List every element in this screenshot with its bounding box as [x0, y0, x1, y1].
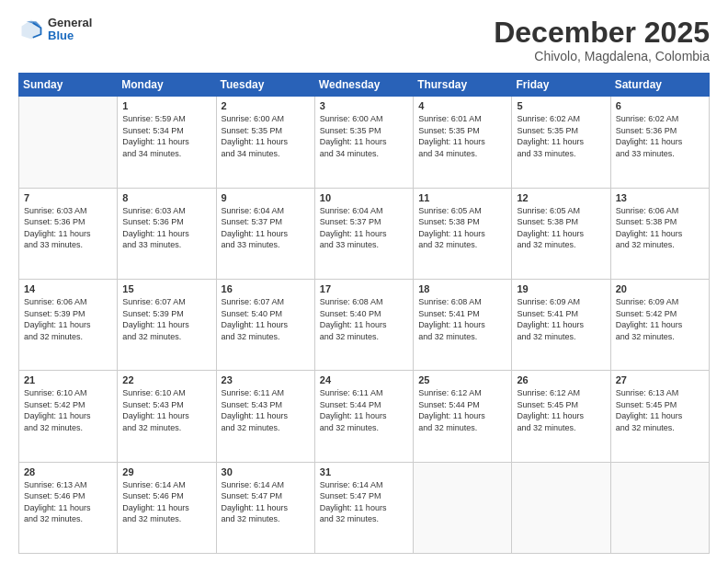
- day-number: 7: [24, 192, 112, 203]
- col-monday: Monday: [118, 74, 216, 97]
- cell-info: Sunrise: 6:11 AM Sunset: 5:43 PM Dayligh…: [222, 387, 310, 433]
- calendar-cell: 31Sunrise: 6:14 AM Sunset: 5:47 PM Dayli…: [314, 462, 413, 553]
- logo-blue-text: Blue: [48, 29, 92, 42]
- day-number: 2: [222, 100, 310, 111]
- calendar-cell: [512, 462, 610, 553]
- day-number: 18: [418, 283, 506, 294]
- calendar-cell: 27Sunrise: 6:13 AM Sunset: 5:45 PM Dayli…: [610, 371, 709, 462]
- cell-info: Sunrise: 6:14 AM Sunset: 5:46 PM Dayligh…: [122, 479, 210, 525]
- calendar-cell: 6Sunrise: 6:02 AM Sunset: 5:36 PM Daylig…: [610, 97, 709, 188]
- day-number: 13: [616, 192, 704, 203]
- day-number: 12: [517, 192, 605, 203]
- main-title: December 2025: [494, 17, 710, 49]
- calendar-week-row: 1Sunrise: 5:59 AM Sunset: 5:34 PM Daylig…: [19, 97, 710, 188]
- day-number: 27: [616, 374, 704, 385]
- cell-info: Sunrise: 5:59 AM Sunset: 5:34 PM Dayligh…: [122, 113, 210, 159]
- day-number: 1: [122, 100, 210, 111]
- logo-text: General Blue: [48, 17, 92, 43]
- calendar-cell: 1Sunrise: 5:59 AM Sunset: 5:34 PM Daylig…: [118, 97, 216, 188]
- calendar-cell: 3Sunrise: 6:00 AM Sunset: 5:35 PM Daylig…: [314, 97, 413, 188]
- calendar-week-row: 21Sunrise: 6:10 AM Sunset: 5:42 PM Dayli…: [19, 371, 710, 462]
- cell-info: Sunrise: 6:08 AM Sunset: 5:41 PM Dayligh…: [418, 296, 506, 342]
- calendar-cell: 12Sunrise: 6:05 AM Sunset: 5:38 PM Dayli…: [512, 188, 610, 279]
- calendar-cell: 30Sunrise: 6:14 AM Sunset: 5:47 PM Dayli…: [216, 462, 314, 553]
- calendar-cell: 25Sunrise: 6:12 AM Sunset: 5:44 PM Dayli…: [414, 371, 512, 462]
- cell-info: Sunrise: 6:05 AM Sunset: 5:38 PM Dayligh…: [517, 205, 605, 251]
- day-number: 11: [418, 192, 506, 203]
- calendar-cell: 4Sunrise: 6:01 AM Sunset: 5:35 PM Daylig…: [414, 97, 512, 188]
- calendar-cell: 23Sunrise: 6:11 AM Sunset: 5:43 PM Dayli…: [216, 371, 314, 462]
- page: General Blue December 2025 Chivolo, Magd…: [0, 0, 728, 563]
- day-number: 21: [24, 374, 112, 385]
- calendar-cell: 15Sunrise: 6:07 AM Sunset: 5:39 PM Dayli…: [118, 279, 216, 370]
- calendar-cell: 2Sunrise: 6:00 AM Sunset: 5:35 PM Daylig…: [216, 97, 314, 188]
- calendar-cell: 18Sunrise: 6:08 AM Sunset: 5:41 PM Dayli…: [414, 279, 512, 370]
- cell-info: Sunrise: 6:12 AM Sunset: 5:44 PM Dayligh…: [418, 387, 506, 433]
- logo-general-text: General: [48, 17, 92, 29]
- calendar-cell: 19Sunrise: 6:09 AM Sunset: 5:41 PM Dayli…: [512, 279, 610, 370]
- day-number: 16: [222, 283, 310, 294]
- calendar-cell: 17Sunrise: 6:08 AM Sunset: 5:40 PM Dayli…: [314, 279, 413, 370]
- cell-info: Sunrise: 6:12 AM Sunset: 5:45 PM Dayligh…: [517, 387, 605, 433]
- calendar-cell: 9Sunrise: 6:04 AM Sunset: 5:37 PM Daylig…: [216, 188, 314, 279]
- cell-info: Sunrise: 6:00 AM Sunset: 5:35 PM Dayligh…: [222, 113, 310, 159]
- col-thursday: Thursday: [414, 74, 512, 97]
- title-block: December 2025 Chivolo, Magdalena, Colomb…: [494, 17, 710, 63]
- cell-info: Sunrise: 6:10 AM Sunset: 5:43 PM Dayligh…: [122, 387, 210, 433]
- calendar-cell: 8Sunrise: 6:03 AM Sunset: 5:36 PM Daylig…: [118, 188, 216, 279]
- day-number: 19: [517, 283, 605, 294]
- cell-info: Sunrise: 6:08 AM Sunset: 5:40 PM Dayligh…: [320, 296, 408, 342]
- calendar-cell: 26Sunrise: 6:12 AM Sunset: 5:45 PM Dayli…: [512, 371, 610, 462]
- day-number: 4: [418, 100, 506, 111]
- col-saturday: Saturday: [610, 74, 709, 97]
- calendar-table: Sunday Monday Tuesday Wednesday Thursday…: [18, 73, 710, 554]
- calendar-cell: 28Sunrise: 6:13 AM Sunset: 5:46 PM Dayli…: [19, 462, 118, 553]
- day-number: 20: [616, 283, 704, 294]
- cell-info: Sunrise: 6:00 AM Sunset: 5:35 PM Dayligh…: [320, 113, 408, 159]
- calendar-week-row: 7Sunrise: 6:03 AM Sunset: 5:36 PM Daylig…: [19, 188, 710, 279]
- calendar-week-row: 14Sunrise: 6:06 AM Sunset: 5:39 PM Dayli…: [19, 279, 710, 370]
- calendar-week-row: 28Sunrise: 6:13 AM Sunset: 5:46 PM Dayli…: [19, 462, 710, 553]
- calendar-cell: 29Sunrise: 6:14 AM Sunset: 5:46 PM Dayli…: [118, 462, 216, 553]
- calendar-header-row: Sunday Monday Tuesday Wednesday Thursday…: [19, 74, 710, 97]
- cell-info: Sunrise: 6:03 AM Sunset: 5:36 PM Dayligh…: [122, 205, 210, 251]
- cell-info: Sunrise: 6:06 AM Sunset: 5:39 PM Dayligh…: [24, 296, 112, 342]
- cell-info: Sunrise: 6:03 AM Sunset: 5:36 PM Dayligh…: [24, 205, 112, 251]
- day-number: 23: [222, 374, 310, 385]
- calendar-cell: 7Sunrise: 6:03 AM Sunset: 5:36 PM Daylig…: [19, 188, 118, 279]
- cell-info: Sunrise: 6:09 AM Sunset: 5:42 PM Dayligh…: [616, 296, 704, 342]
- calendar-cell: 16Sunrise: 6:07 AM Sunset: 5:40 PM Dayli…: [216, 279, 314, 370]
- calendar-cell: 20Sunrise: 6:09 AM Sunset: 5:42 PM Dayli…: [610, 279, 709, 370]
- cell-info: Sunrise: 6:11 AM Sunset: 5:44 PM Dayligh…: [320, 387, 408, 433]
- col-friday: Friday: [512, 74, 610, 97]
- cell-info: Sunrise: 6:09 AM Sunset: 5:41 PM Dayligh…: [517, 296, 605, 342]
- day-number: 6: [616, 100, 704, 111]
- cell-info: Sunrise: 6:14 AM Sunset: 5:47 PM Dayligh…: [222, 479, 310, 525]
- calendar-cell: 22Sunrise: 6:10 AM Sunset: 5:43 PM Dayli…: [118, 371, 216, 462]
- day-number: 17: [320, 283, 408, 294]
- cell-info: Sunrise: 6:05 AM Sunset: 5:38 PM Dayligh…: [418, 205, 506, 251]
- calendar-cell: [610, 462, 709, 553]
- calendar-cell: 24Sunrise: 6:11 AM Sunset: 5:44 PM Dayli…: [314, 371, 413, 462]
- day-number: 14: [24, 283, 112, 294]
- calendar-cell: 13Sunrise: 6:06 AM Sunset: 5:38 PM Dayli…: [610, 188, 709, 279]
- day-number: 8: [122, 192, 210, 203]
- sub-title: Chivolo, Magdalena, Colombia: [494, 49, 710, 63]
- day-number: 25: [418, 374, 506, 385]
- calendar-cell: 14Sunrise: 6:06 AM Sunset: 5:39 PM Dayli…: [19, 279, 118, 370]
- cell-info: Sunrise: 6:07 AM Sunset: 5:40 PM Dayligh…: [222, 296, 310, 342]
- cell-info: Sunrise: 6:04 AM Sunset: 5:37 PM Dayligh…: [320, 205, 408, 251]
- cell-info: Sunrise: 6:07 AM Sunset: 5:39 PM Dayligh…: [122, 296, 210, 342]
- calendar-cell: [19, 97, 118, 188]
- cell-info: Sunrise: 6:04 AM Sunset: 5:37 PM Dayligh…: [222, 205, 310, 251]
- calendar-cell: 5Sunrise: 6:02 AM Sunset: 5:35 PM Daylig…: [512, 97, 610, 188]
- calendar-cell: 10Sunrise: 6:04 AM Sunset: 5:37 PM Dayli…: [314, 188, 413, 279]
- day-number: 29: [122, 466, 210, 477]
- cell-info: Sunrise: 6:13 AM Sunset: 5:45 PM Dayligh…: [616, 387, 704, 433]
- logo-icon: [18, 17, 44, 42]
- day-number: 24: [320, 374, 408, 385]
- day-number: 5: [517, 100, 605, 111]
- day-number: 31: [320, 466, 408, 477]
- day-number: 28: [24, 466, 112, 477]
- cell-info: Sunrise: 6:13 AM Sunset: 5:46 PM Dayligh…: [24, 479, 112, 525]
